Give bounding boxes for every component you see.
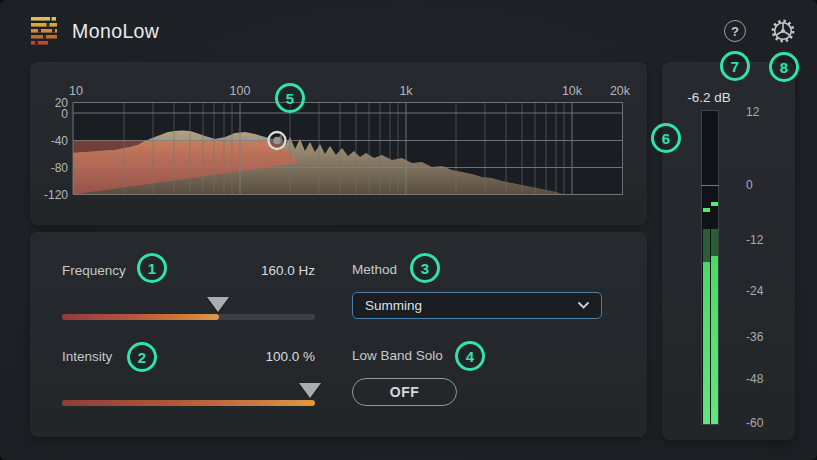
settings-button[interactable] — [769, 17, 797, 45]
meter-scale-label: 12 — [746, 105, 759, 119]
rms-level-right — [711, 256, 718, 424]
frequency-slider-handle[interactable] — [207, 297, 229, 312]
spectrum-display-panel: 10 100 1k 10k 20k 20 0 -40 -80 -120 — [30, 62, 647, 225]
meter-scale-label: -36 — [746, 330, 763, 344]
frequency-value: 160.0 Hz — [261, 263, 315, 278]
callout-5: 5 — [275, 83, 305, 113]
frequency-label: Frequency — [62, 263, 126, 278]
gear-icon — [773, 21, 793, 41]
meter-zero-line — [701, 185, 719, 186]
freq-tick-label: 10k — [562, 84, 583, 98]
method-selected-value: Summing — [365, 298, 422, 313]
meter-scale-label: -48 — [746, 372, 763, 386]
method-dropdown[interactable]: Summing — [352, 292, 602, 319]
page-title: MonoLow — [72, 20, 159, 43]
level-meter — [702, 111, 718, 424]
meter-scale-label: -60 — [746, 416, 763, 430]
intensity-label: Intensity — [62, 349, 112, 364]
rms-level-left — [703, 262, 710, 424]
db-tick-label: -80 — [51, 161, 69, 175]
plugin-window: MonoLow ? — [0, 0, 817, 460]
intensity-slider[interactable] — [62, 400, 315, 406]
peak-band-right — [711, 229, 718, 256]
crossover-node[interactable] — [269, 132, 286, 149]
peak-band-left — [703, 229, 710, 262]
peak-hold-left — [703, 208, 710, 212]
intensity-slider-fill — [62, 400, 315, 406]
freq-tick-label: 10 — [69, 84, 83, 98]
meter-scale-label: -24 — [746, 284, 763, 298]
freq-tick-label: 1k — [399, 84, 413, 98]
output-meter-panel: -6.2 dB 12 0 -12 -24 -36 -48 -60 — [662, 62, 795, 440]
peak-hold-right — [711, 202, 718, 206]
freq-tick-label: 20k — [610, 84, 631, 98]
callout-7: 7 — [720, 51, 750, 81]
izotope-logo-icon — [30, 16, 58, 46]
low-band-solo-label: Low Band Solo — [352, 348, 443, 363]
db-tick-label: -120 — [44, 188, 68, 202]
method-label: Method — [352, 262, 397, 277]
controls-panel: Frequency 160.0 Hz Intensity 100.0 % Met… — [30, 232, 647, 437]
question-mark-icon: ? — [731, 24, 739, 39]
db-tick-label: 0 — [61, 107, 68, 121]
help-button[interactable]: ? — [724, 20, 746, 42]
meter-readout: -6.2 dB — [662, 90, 756, 105]
low-band-solo-button[interactable]: OFF — [352, 378, 457, 406]
intensity-slider-handle[interactable] — [299, 383, 321, 398]
callout-1: 1 — [137, 253, 167, 283]
meter-scale-label: 0 — [746, 178, 753, 192]
callout-3: 3 — [410, 253, 440, 283]
low-band-solo-state: OFF — [390, 384, 420, 400]
meter-channel-left — [703, 111, 710, 424]
db-tick-label: -40 — [51, 134, 69, 148]
freq-tick-label: 100 — [230, 84, 251, 98]
chevron-down-icon — [578, 302, 589, 309]
meter-channel-right — [711, 111, 718, 424]
callout-4: 4 — [455, 341, 485, 371]
spectrum-analyzer: 10 100 1k 10k 20k 20 0 -40 -80 -120 — [30, 62, 647, 225]
intensity-value: 100.0 % — [265, 349, 315, 364]
frequency-slider-fill — [62, 314, 219, 320]
frequency-slider[interactable] — [62, 314, 315, 320]
callout-6: 6 — [651, 123, 681, 153]
meter-scale-label: -12 — [746, 233, 763, 247]
callout-2: 2 — [127, 342, 157, 372]
callout-8: 8 — [769, 52, 799, 82]
